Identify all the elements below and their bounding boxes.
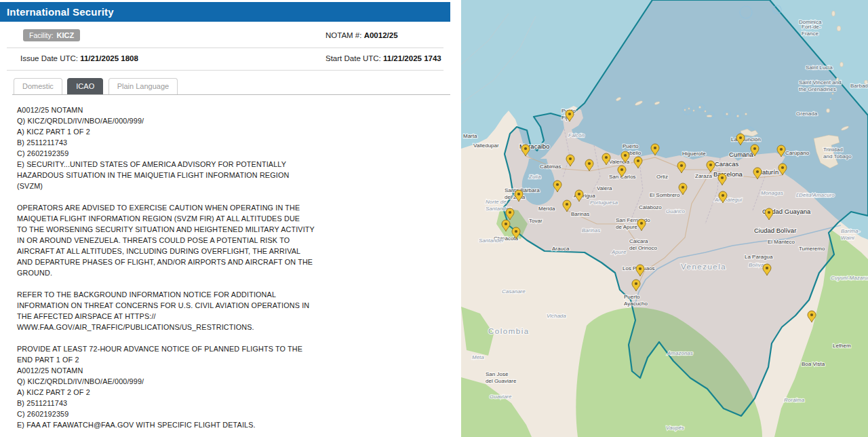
map-label: Delta Amacuro	[799, 192, 835, 198]
map-label: El Sombrero	[650, 192, 680, 198]
start-date: Start Date UTC: 11/21/2025 1743	[326, 54, 441, 62]
map-label: Tovar	[529, 218, 542, 224]
map-label: Venezuela	[681, 263, 726, 271]
map-label: Saint Vincent andthe Grenadines	[799, 79, 842, 92]
map-label: Caracas	[715, 160, 739, 168]
map[interactable]: MartaValleduparMaracaiboCabimasPuntoFijo…	[461, 0, 868, 437]
notam-number-label: NOTAM #:	[326, 31, 361, 39]
date-row: Issue Date UTC: 11/21/2025 1808 Start Da…	[0, 48, 450, 70]
map-label: Grenada	[796, 111, 818, 117]
map-label: La Asunción	[731, 136, 761, 142]
map-label: Barbados	[850, 83, 868, 89]
issue-date: Issue Date UTC: 11/21/2025 1808	[20, 54, 138, 62]
map-label: Barcelona	[713, 170, 743, 178]
notam-viewer: International Security Facility: KICZ NO…	[0, 0, 868, 437]
map-svg: MartaValleduparMaracaiboCabimasPuntoFijo…	[461, 0, 868, 437]
map-label: Fort-de-France	[802, 24, 821, 37]
map-label: Guaviare	[490, 394, 512, 400]
map-label: Barinas	[571, 211, 589, 217]
map-label: Colombia	[488, 327, 530, 335]
issue-date-label: Issue Date UTC:	[20, 54, 78, 62]
facility-notam-row: Facility: KICZ NOTAM #: A0012/25	[0, 22, 450, 48]
notam-detail-panel: International Security Facility: KICZ NO…	[0, 0, 461, 437]
map-label: Zaraza	[695, 173, 712, 179]
map-label: Apure	[611, 249, 627, 255]
format-tabs: Domestic ICAO Plain Language	[12, 77, 450, 95]
issue-date-value: 11/21/2025 1808	[80, 54, 138, 62]
map-label: Casanare	[502, 288, 526, 294]
map-label: Guárico	[666, 208, 686, 214]
map-label: Higuerote	[682, 151, 706, 157]
map-label: Anzoátegui	[714, 197, 742, 203]
map-label: Boa Vista	[802, 361, 825, 367]
map-label: Santander	[479, 238, 504, 244]
map-label: Barinas	[582, 227, 600, 233]
map-label: Zulia	[528, 174, 541, 180]
map-label: Tumeremo	[799, 246, 825, 252]
map-label: Marta	[463, 133, 477, 139]
notam-text-body: A0012/25 NOTAMN Q) KICZ/QRDLD/IV/NBO/AE/…	[0, 95, 450, 430]
map-label: Amazonas	[667, 350, 693, 356]
map-label: Roraima	[784, 397, 805, 403]
tab-icao[interactable]: ICAO	[67, 78, 103, 94]
start-date-value: 11/21/2025 1743	[383, 54, 441, 62]
map-label: Portuguesa	[590, 200, 618, 206]
notam-number-value: A0012/25	[364, 31, 398, 39]
map-label: Falcón	[568, 132, 585, 138]
page-title-text: International Security	[7, 6, 114, 18]
map-label: Arauca	[552, 246, 570, 252]
map-label: Cuyuni-Mazarun	[831, 275, 868, 281]
map-label: Vaupés	[666, 425, 684, 431]
map-label: Mérida	[538, 206, 555, 212]
notam-number: NOTAM #: A0012/25	[326, 31, 398, 39]
page-title: International Security	[0, 2, 450, 22]
map-label: Carúpano	[785, 150, 810, 156]
map-label: Ciudad Bolívar	[754, 227, 796, 234]
map-label: Cabimas	[540, 164, 561, 170]
start-date-label: Start Date UTC:	[326, 54, 381, 62]
map-label: Valera	[597, 185, 612, 191]
map-label: Saint Lucia	[806, 64, 833, 71]
tab-domestic[interactable]: Domestic	[14, 78, 62, 94]
map-label: Calabozo	[639, 204, 662, 210]
facility-badge: Facility: KICZ	[23, 29, 80, 41]
map-label: Monagas	[761, 190, 783, 196]
tab-plain-language[interactable]: Plain Language	[108, 78, 178, 94]
divider	[7, 70, 443, 71]
map-label: Valledupar	[473, 142, 499, 149]
map-label: Vichada	[547, 313, 566, 319]
map-label: El Manteco	[768, 239, 795, 245]
facility-label: Facility:	[29, 31, 54, 39]
map-label: La Paragua	[745, 254, 773, 260]
map-label: Meta	[472, 354, 484, 360]
map-label: Lethem	[833, 343, 851, 349]
map-label: Cumaná	[729, 151, 754, 158]
map-label: Ortiz	[656, 174, 668, 180]
facility-value: KICZ	[57, 31, 75, 39]
